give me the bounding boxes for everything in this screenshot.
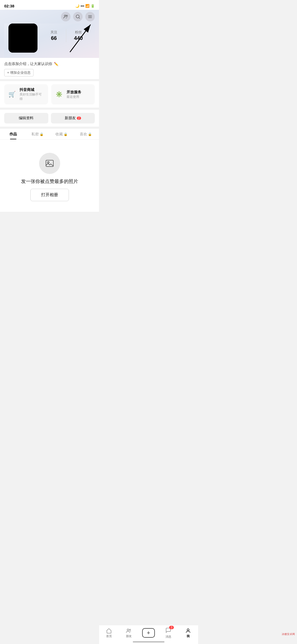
action-buttons: 编辑资料 新朋友 2 (0, 110, 99, 127)
open-album-btn[interactable]: 打开相册 (30, 189, 69, 201)
edit-profile-btn[interactable]: 编辑资料 (4, 113, 48, 123)
friends-icon-btn[interactable] (61, 12, 70, 21)
avatar-redacted (8, 24, 37, 53)
tab-works[interactable]: 作品 (1, 129, 25, 139)
bio-section: 点击添加介绍，让大家认识你 ✏️ + 增加企业信息 (0, 58, 99, 79)
battery-icon: 🔋 (91, 4, 95, 8)
moon-icon: 🌙 (75, 4, 79, 8)
douyin-mall-title: 抖音商城 (20, 88, 45, 92)
bio-text: 点击添加介绍，让大家认识你 ✏️ (4, 62, 95, 66)
douyin-mall-card[interactable]: 🛒 抖音商城 美好生活触手可得 (4, 84, 48, 104)
svg-point-0 (64, 15, 66, 17)
empty-state: 发一张你被点赞最多的照片 打开相册 (0, 140, 99, 212)
open-service-subtitle: 最近使用 (67, 95, 81, 99)
svg-point-10 (48, 162, 49, 163)
menu-icon-btn[interactable] (85, 12, 95, 21)
fans-count: 440 (66, 35, 91, 41)
friends-icon (63, 14, 68, 19)
stats-row: 关注 66 粉丝 440 (42, 29, 91, 42)
profile-section: 关注 66 粉丝 440 (4, 24, 95, 58)
menu-icon (87, 14, 93, 19)
edit-bio-icon[interactable]: ✏️ (54, 62, 58, 66)
douyin-mall-subtitle: 美好生活触手可得 (20, 92, 45, 101)
search-icon-btn[interactable] (73, 12, 83, 21)
header-icons (4, 12, 95, 21)
douyin-mall-text: 抖音商城 美好生活触手可得 (20, 88, 45, 101)
follow-label: 关注 (42, 30, 66, 35)
signal-icon: ▪▪▪ (81, 4, 84, 8)
open-service-title: 开放服务 (67, 90, 81, 95)
fans-label: 粉丝 (66, 30, 91, 35)
status-icons: 🌙 ▪▪▪ 📶 🔋 (75, 4, 95, 8)
private-lock-icon: 🔒 (40, 132, 44, 136)
svg-point-2 (76, 15, 79, 18)
image-placeholder-icon (45, 159, 54, 168)
search-icon (75, 14, 81, 19)
cart-icon: 🛒 (7, 90, 17, 99)
svg-point-1 (66, 15, 68, 16)
status-time: 02:38 (4, 4, 14, 8)
fans-stat[interactable]: 粉丝 440 (66, 29, 91, 42)
asterisk-icon: ✳️ (54, 90, 64, 99)
wifi-icon: 📶 (85, 4, 89, 8)
follow-stat[interactable]: 关注 66 (42, 29, 66, 42)
follow-count: 66 (42, 35, 66, 41)
new-friends-btn[interactable]: 新朋友 2 (51, 113, 95, 123)
header: 关注 66 粉丝 440 (0, 10, 99, 58)
svg-rect-9 (46, 160, 53, 167)
avatar (8, 24, 37, 53)
service-cards: 🛒 抖音商城 美好生活触手可得 ✳️ 开放服务 最近使用 (0, 81, 99, 108)
empty-icon-circle (39, 153, 60, 174)
open-service-text: 开放服务 最近使用 (67, 90, 81, 99)
tabs-bar: 作品 私密 🔒 收藏 🔒 喜欢 🔒 (0, 129, 99, 140)
favorites-lock-icon: 🔒 (64, 132, 68, 136)
profile-stats: 关注 66 粉丝 440 (42, 24, 91, 42)
empty-text: 发一张你被点赞最多的照片 (21, 178, 78, 185)
tab-private[interactable]: 私密 🔒 (25, 129, 50, 139)
svg-line-3 (79, 18, 80, 19)
open-service-card[interactable]: ✳️ 开放服务 最近使用 (51, 84, 95, 104)
likes-lock-icon: 🔒 (88, 132, 92, 136)
new-friends-badge: 2 (77, 117, 81, 120)
tab-favorites[interactable]: 收藏 🔒 (50, 129, 74, 139)
tab-likes[interactable]: 喜欢 🔒 (74, 129, 98, 139)
enterprise-btn[interactable]: + 增加企业信息 (4, 69, 34, 76)
status-bar: 02:38 🌙 ▪▪▪ 📶 🔋 (0, 0, 99, 10)
